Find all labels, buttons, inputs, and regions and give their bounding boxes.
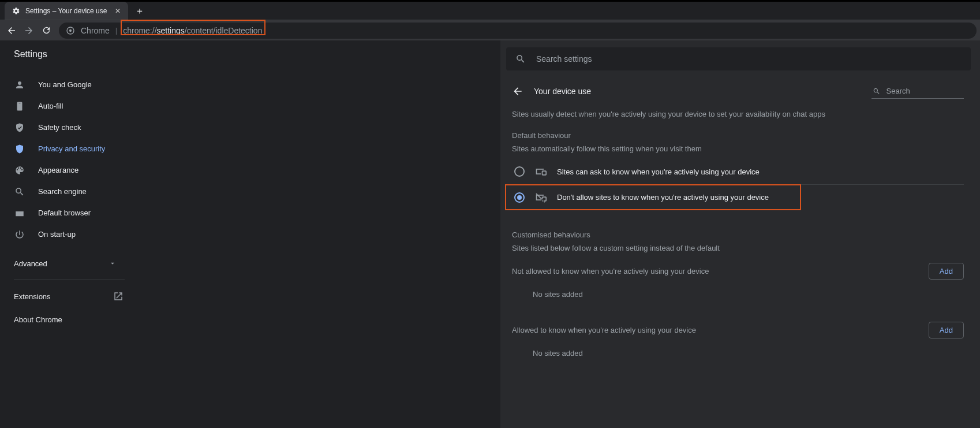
sidebar-item-search-engine[interactable]: Search engine [0,181,130,202]
app-header: Settings [0,40,500,68]
devices-off-icon [535,192,547,203]
devices-icon [535,166,547,177]
search-icon [14,186,25,198]
sidebar-item-on-startup[interactable]: On start-up [0,224,130,245]
sidebar-item-label: Auto-fill [38,102,63,110]
search-icon [515,54,526,64]
sidebar-item-safety-check[interactable]: Safety check [0,117,130,138]
chrome-icon [66,26,75,35]
panel-title: Your device use [534,87,591,96]
add-not-allowed-button[interactable]: Add [929,263,964,280]
panel-search[interactable] [871,84,964,99]
option-block-row[interactable]: Don't allow sites to know when you're ac… [512,184,964,210]
sidebar-item-extensions[interactable]: Extensions [0,285,137,308]
option-allow-label: Sites can ask to know when you're active… [557,168,760,176]
sidebar-item-label: Privacy and security [38,144,105,153]
allowed-label: Allowed to know when you're actively usi… [512,326,696,334]
reload-button[interactable] [38,23,54,39]
power-icon [14,229,25,240]
sidebar-item-you-and-google[interactable]: You and Google [0,74,130,95]
default-behaviour-subtitle: Sites automatically follow this setting … [512,144,964,153]
not-allowed-label: Not allowed to know when you're actively… [512,267,709,276]
forward-button[interactable] [21,23,37,39]
settings-search[interactable] [506,47,971,70]
settings-app: Settings You and Google Auto-fill Safety… [0,40,980,428]
shield-check-icon [14,122,25,133]
advanced-label: Advanced [14,259,47,268]
chevron-down-icon [109,259,117,267]
toolbar: Chrome | chrome://settings/content/idleD… [0,20,980,40]
person-icon [14,79,25,91]
tab-title: Settings – Your device use [25,7,109,15]
url-text: chrome://settings/content/idleDetection [123,26,262,35]
panel-header: Your device use [512,75,964,107]
palette-icon [14,165,25,176]
sidebar-item-label: Search engine [38,187,87,196]
panel-search-input[interactable] [887,87,963,95]
no-sites-allowed: No sites added [533,349,964,358]
panel-description: Sites usually detect when you're activel… [512,110,964,118]
clipboard-icon [14,101,25,112]
content-pane: Your device use Sites usually detect whe… [500,40,980,428]
sidebar-item-label: Appearance [38,166,78,174]
app-title: Settings [14,49,47,59]
browser-tab[interactable]: Settings – Your device use ✕ [5,2,128,20]
about-label: About Chrome [14,315,62,324]
new-tab-button[interactable]: ＋ [132,3,148,19]
back-button[interactable] [3,23,20,39]
sidebar: You and Google Auto-fill Safety check Pr… [0,68,137,331]
option-block-label: Don't allow sites to know when you're ac… [557,193,769,202]
settings-search-input[interactable] [536,54,962,64]
browser-icon [14,207,25,219]
address-bar[interactable]: Chrome | chrome://settings/content/idleD… [59,23,977,39]
sidebar-item-appearance[interactable]: Appearance [0,159,130,181]
allowed-row: Allowed to know when you're actively usi… [512,322,964,338]
sidebar-separator [14,280,125,280]
add-allowed-button[interactable]: Add [929,322,964,338]
shield-icon [14,143,25,155]
customised-behaviours-section: Customised behaviours Sites listed below… [512,230,964,358]
sidebar-item-about[interactable]: About Chrome [0,308,137,331]
gear-icon [12,6,21,16]
tab-strip: Settings – Your device use ✕ ＋ [0,2,980,20]
left-pane: Settings You and Google Auto-fill Safety… [0,40,500,428]
sidebar-item-label: On start-up [38,230,76,239]
radio-unchecked[interactable] [514,166,525,177]
radio-checked[interactable] [514,192,525,203]
sidebar-item-privacy[interactable]: Privacy and security [0,138,130,159]
search-icon [873,87,881,96]
sidebar-item-label: Safety check [38,123,81,132]
open-in-new-icon [113,291,124,302]
svg-point-1 [69,29,72,31]
sidebar-item-default-browser[interactable]: Default browser [0,202,130,224]
default-behaviour-title: Default behaviour [512,131,964,140]
option-allow-row[interactable]: Sites can ask to know when you're active… [512,159,964,184]
back-arrow-button[interactable] [512,85,523,97]
not-allowed-row: Not allowed to know when you're actively… [512,263,964,280]
sidebar-item-label: Default browser [38,209,91,217]
customised-subtitle: Sites listed below follow a custom setti… [512,244,964,252]
no-sites-not-allowed: No sites added [533,290,964,299]
sidebar-item-label: You and Google [38,80,92,89]
settings-panel: Your device use Sites usually detect whe… [500,70,980,358]
chrome-label: Chrome [81,26,110,35]
sidebar-advanced-toggle[interactable]: Advanced [0,252,130,275]
extensions-label: Extensions [14,292,51,301]
sidebar-item-autofill[interactable]: Auto-fill [0,95,130,117]
customised-title: Customised behaviours [512,230,964,239]
close-tab-button[interactable]: ✕ [113,6,122,16]
